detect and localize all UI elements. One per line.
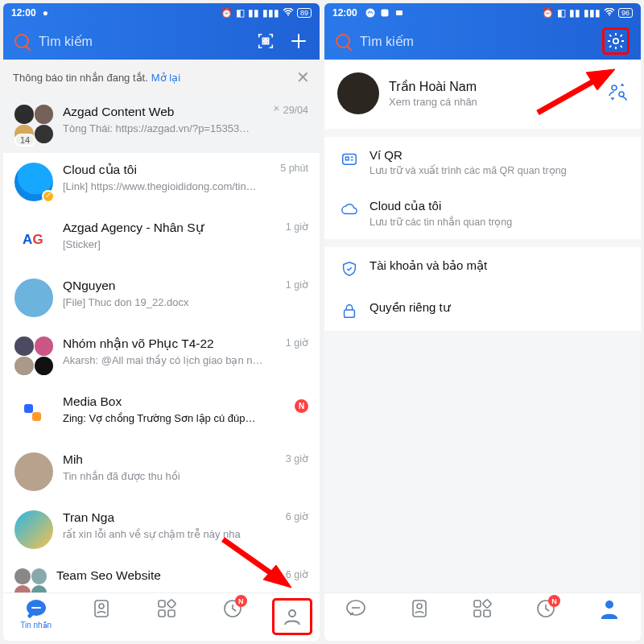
menu-title: Tài khoản và bảo mật bbox=[369, 258, 628, 273]
nav-badge: N bbox=[548, 595, 560, 607]
svg-rect-2 bbox=[266, 38, 269, 40]
chat-time: 6 giờ bbox=[273, 510, 308, 522]
chat-title: Team Seo Website bbox=[56, 568, 268, 583]
svg-point-21 bbox=[613, 39, 618, 43]
chat-title: Mih bbox=[63, 452, 268, 467]
avatar bbox=[337, 72, 379, 114]
chat-row[interactable]: QNguyen[File] Thuc don 19_22.docx 1 giờ bbox=[3, 269, 320, 327]
menu-title: Quyền riêng tư bbox=[369, 300, 628, 315]
avatar: 14 bbox=[14, 105, 53, 143]
alarm-icon: ⏰ bbox=[542, 7, 554, 19]
signal-icon: ▮▮ bbox=[569, 7, 580, 19]
unread-badge: N bbox=[295, 399, 308, 413]
svg-rect-18 bbox=[381, 10, 388, 17]
nav-messages[interactable] bbox=[330, 598, 382, 619]
nav-contacts[interactable] bbox=[394, 598, 445, 619]
menu-my-cloud[interactable]: Cloud của tôiLưu trữ các tin nhắn quan t… bbox=[324, 188, 641, 239]
add-icon[interactable] bbox=[289, 31, 308, 51]
chat-preview: [File] Thuc don 19_22.docx bbox=[63, 296, 268, 308]
search-bar: Tìm kiếm bbox=[3, 23, 320, 60]
chat-time: 29/04 bbox=[272, 105, 308, 116]
status-time: 12:00 bbox=[332, 7, 357, 19]
signal-icon: ▮▮ bbox=[248, 7, 259, 19]
svg-rect-32 bbox=[474, 610, 481, 617]
svg-rect-10 bbox=[159, 610, 165, 617]
chat-title: Azgad Agency - Nhân Sự bbox=[63, 221, 268, 235]
status-bar: 12:00 ⏰ ◧ ▮▮ ▮▮▮ 96 bbox=[324, 3, 641, 23]
nav-discover[interactable] bbox=[456, 598, 508, 619]
chat-time: 3 giờ bbox=[273, 452, 308, 464]
chat-row[interactable]: 14 Azgad Content WebTòng Thái: https://a… bbox=[3, 95, 320, 153]
chat-preview: Akarsh: @All mai thầy có lịch giao bạn n… bbox=[63, 354, 268, 366]
svg-point-20 bbox=[609, 14, 610, 16]
settings-menu: Ví QRLưu trữ và xuất trình các mã QR qua… bbox=[324, 129, 641, 331]
pin-icon bbox=[270, 103, 282, 114]
chat-row[interactable]: Media BoxZing: Vợ chồng Trường Sơn lập c… bbox=[3, 385, 320, 443]
search-input[interactable]: Tìm kiếm bbox=[360, 34, 602, 49]
search-input[interactable]: Tìm kiếm bbox=[39, 34, 257, 49]
svg-point-36 bbox=[605, 601, 613, 609]
svg-rect-34 bbox=[483, 599, 492, 608]
nav-timeline[interactable]: N bbox=[207, 598, 258, 619]
svg-point-8 bbox=[99, 604, 104, 609]
chat-time: 1 giờ bbox=[273, 279, 308, 291]
chat-time: 6 giờ bbox=[273, 568, 308, 580]
chat-row[interactable]: Team Seo Website 6 giờ bbox=[3, 559, 320, 592]
svg-point-23 bbox=[619, 92, 624, 97]
chat-time: N bbox=[273, 394, 308, 413]
profile-hint: Xem trang cá nhân bbox=[389, 96, 607, 108]
chat-preview: [Sticker] bbox=[63, 238, 268, 250]
menu-qr-wallet[interactable]: Ví QRLưu trữ và xuất trình các mã QR qua… bbox=[324, 129, 641, 188]
wifi-icon bbox=[604, 7, 615, 19]
menu-account-security[interactable]: Tài khoản và bảo mật bbox=[324, 239, 641, 289]
battery-icon: 96 bbox=[618, 8, 633, 18]
nav-me[interactable] bbox=[584, 598, 635, 619]
chat-title: Media Box bbox=[63, 394, 268, 409]
search-icon[interactable] bbox=[14, 34, 29, 48]
avatar bbox=[14, 336, 53, 375]
nav-discover[interactable] bbox=[141, 598, 192, 619]
settings-button[interactable] bbox=[602, 27, 630, 55]
chat-row[interactable]: Cloud của tôi[Link] https://www.thegioid… bbox=[3, 153, 320, 211]
chat-row[interactable]: Tran Ngarất xin lỗi anh về sự chậm trễ n… bbox=[3, 501, 320, 559]
svg-rect-1 bbox=[262, 38, 265, 40]
menu-privacy[interactable]: Quyền riêng tư bbox=[324, 289, 641, 331]
svg-rect-12 bbox=[167, 599, 176, 608]
cloud-icon bbox=[337, 199, 361, 218]
bottom-nav: N bbox=[324, 592, 641, 641]
nav-messages[interactable]: Tin nhắn bbox=[10, 598, 62, 630]
avatar bbox=[14, 452, 53, 491]
qr-wallet-icon bbox=[337, 148, 361, 167]
gear-icon bbox=[606, 31, 625, 51]
notice-reenable-link[interactable]: Mở lại bbox=[151, 72, 180, 84]
qr-scan-icon[interactable] bbox=[257, 32, 275, 50]
avatar bbox=[14, 394, 53, 433]
chat-preview: rất xin lỗi anh về sự chậm trễ này nha bbox=[63, 528, 268, 540]
chat-row[interactable]: MihTin nhắn đã được thu hồi 3 giờ bbox=[3, 443, 320, 501]
battery-icon: 89 bbox=[297, 8, 312, 18]
chat-title: Tran Nga bbox=[63, 510, 268, 525]
chat-row[interactable]: Nhóm nhận võ Phục T4-22Akarsh: @All mai … bbox=[3, 327, 320, 385]
chat-preview: Tòng Thái: https://azgad.vn/?p=15353… bbox=[63, 122, 267, 134]
chat-time: 1 giờ bbox=[273, 336, 308, 349]
chat-row[interactable]: G Azgad Agency - Nhân Sự[Sticker] 1 giờ bbox=[3, 211, 320, 269]
verified-icon bbox=[42, 190, 55, 203]
close-icon[interactable]: ✕ bbox=[296, 68, 310, 87]
avatar bbox=[14, 279, 53, 317]
svg-point-22 bbox=[612, 85, 617, 90]
profile-header[interactable]: Trần Hoài Nam Xem trang cá nhân bbox=[324, 60, 641, 129]
nav-timeline[interactable]: N bbox=[520, 598, 572, 619]
notification-banner: Thông báo tin nhắn đang tắt. Mở lại ✕ bbox=[3, 60, 320, 95]
switch-account-icon[interactable] bbox=[607, 81, 628, 105]
nav-contacts[interactable] bbox=[76, 598, 127, 619]
status-time: 12:00 bbox=[11, 7, 36, 19]
chat-preview: [Link] https://www.thegioididong.com/tin… bbox=[63, 180, 268, 192]
avatar bbox=[14, 510, 53, 549]
nav-me[interactable] bbox=[272, 598, 312, 635]
chat-preview: Tin nhắn đã được thu hồi bbox=[63, 470, 268, 482]
search-icon[interactable] bbox=[336, 34, 350, 48]
chat-time: 5 phút bbox=[273, 163, 308, 174]
chat-title: Nhóm nhận võ Phục T4-22 bbox=[63, 336, 268, 351]
menu-desc: Lưu trữ và xuất trình các mã QR quan trọ… bbox=[369, 164, 628, 176]
signal-icon-2: ▮▮▮ bbox=[262, 7, 279, 19]
